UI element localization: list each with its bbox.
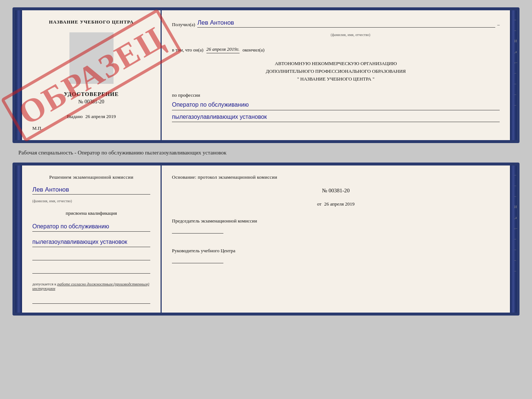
dopusk-prefix: допускается к xyxy=(32,282,56,286)
chairman-label: Председатель экзаменационной комиссии xyxy=(172,217,500,225)
kvaliph-name-line1: Оператор по обслуживанию xyxy=(32,221,150,232)
rukovoditel-sign-line xyxy=(172,257,223,263)
osnovanie-label: Основание: протокол экзаменационной коми… xyxy=(172,174,500,180)
photo-placeholder xyxy=(69,32,114,84)
right-side-marks: – – И ,а ‹– – – – – xyxy=(514,18,517,107)
komissia-title: Решением экзаменационной комиссии xyxy=(32,174,150,180)
date-value: 26 апреля 2019г. xyxy=(206,46,240,53)
bottom-document: Решением экзаменационной комиссии Лев Ан… xyxy=(12,163,520,316)
profession-block: по профессии Оператор по обслуживанию пы… xyxy=(172,92,500,122)
chairman-block: Председатель экзаменационной комиссии xyxy=(172,217,500,235)
top-doc-right-page: Получил(а) Лев Антонов – (фамилия, имя, … xyxy=(162,10,510,140)
udostoverenie-title: УДОСТОВЕРЕНИЕ xyxy=(64,91,119,97)
received-label: Получил(а) xyxy=(172,22,195,28)
kvaliph-label: присвоена квалификация xyxy=(32,210,150,216)
org-line1: АВТОНОМНУЮ НЕКОММЕРЧЕСКУЮ ОРГАНИЗАЦИЮ xyxy=(172,60,500,68)
fio-subtitle-top: (фамилия, имя, отчество) xyxy=(201,33,500,37)
recipient-line: Получил(а) Лев Антонов – xyxy=(172,19,500,28)
profession-name-line1: Оператор по обслуживанию xyxy=(172,100,500,110)
vydano-label: Выдано xyxy=(67,114,83,119)
center-name: НАЗВАНИЕ УЧЕБНОГО ЦЕНТРА xyxy=(49,19,134,25)
org-line2: ДОПОЛНИТЕЛЬНОГО ПРОФЕССИОНАЛЬНОГО ОБРАЗО… xyxy=(172,68,500,75)
right-side-marks-2: – – – И ,а ‹– – – – – xyxy=(514,173,517,273)
chairman-sign-line xyxy=(172,227,223,234)
vydano-line: Выдано 26 апреля 2019 xyxy=(67,114,116,120)
profession-name-line2: пылегазоулавливающих установок xyxy=(172,112,500,122)
dopusk-line: допускается к работе согласно должностны… xyxy=(32,282,150,291)
kvaliph-name-line2: пылегазоулавливающих установок xyxy=(32,237,150,247)
udostoverenie-number: № 00381-20 xyxy=(64,99,119,105)
date-ot-prefix: от xyxy=(317,201,321,207)
org-line3: " НАЗВАНИЕ УЧЕБНОГО ЦЕНТРА " xyxy=(172,75,500,83)
komissia-name: Лев Антонов xyxy=(32,186,150,195)
book-spine-left-2 xyxy=(15,165,22,313)
vydano-date: 26 апреля 2019 xyxy=(85,114,116,119)
rukovoditel-label: Руководитель учебного Центра xyxy=(172,247,500,254)
top-document: НАЗВАНИЕ УЧЕБНОГО ЦЕНТРА УДОСТОВЕРЕНИЕ №… xyxy=(12,7,520,143)
book-spine-left xyxy=(15,10,22,140)
dash: – xyxy=(497,22,500,28)
bottom-doc-left-page: Решением экзаменационной комиссии Лев Ан… xyxy=(22,165,162,313)
recipient-name: Лев Антонов xyxy=(197,19,495,28)
protocol-number: № 00381-20 xyxy=(172,188,500,194)
bottom-doc-right-page: Основание: протокол экзаменационной коми… xyxy=(162,165,510,313)
mp-line: М.П. xyxy=(32,125,42,131)
top-doc-left-page: НАЗВАНИЕ УЧЕБНОГО ЦЕНТРА УДОСТОВЕРЕНИЕ №… xyxy=(22,10,162,140)
fio-subtitle-bottom: (фамилия, имя, отчество) xyxy=(32,199,150,203)
date-line: в том, что он(а) 26 апреля 2019г. окончи… xyxy=(172,46,500,53)
date-ot-block: от 26 апреля 2019 xyxy=(172,201,500,207)
profession-label: по профессии xyxy=(172,92,500,98)
date-ot-value: 26 апреля 2019 xyxy=(324,201,355,207)
date-prefix: в том, что он(а) xyxy=(172,47,204,53)
subtitle-text: Рабочая специальность - Оператор по обсл… xyxy=(18,150,226,156)
rukovoditel-block: Руководитель учебного Центра xyxy=(172,247,500,265)
org-block: АВТОНОМНУЮ НЕКОММЕРЧЕСКУЮ ОРГАНИЗАЦИЮ ДО… xyxy=(172,60,500,83)
udostoverenie-block: УДОСТОВЕРЕНИЕ № 00381-20 xyxy=(64,91,119,105)
date-suffix: окончил(а) xyxy=(242,47,265,53)
